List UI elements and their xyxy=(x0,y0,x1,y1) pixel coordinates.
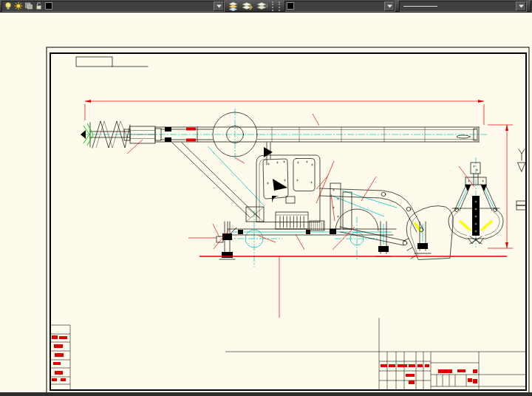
revision-strip xyxy=(50,325,70,390)
layer-properties-button[interactable] xyxy=(226,1,239,12)
layer-combo[interactable] xyxy=(1,1,225,12)
chevron-down-icon xyxy=(387,4,392,8)
layer-combo-dropdown[interactable] xyxy=(214,1,224,11)
layer-states-button[interactable] xyxy=(241,1,254,12)
layer-previous-icon xyxy=(257,1,268,11)
current-color-swatch xyxy=(287,2,294,10)
window-bottom-edge xyxy=(0,392,532,396)
title-block xyxy=(225,318,526,390)
linetype-combo[interactable] xyxy=(399,1,527,12)
edge-symbols xyxy=(516,149,526,210)
layers-stack-icon xyxy=(228,1,239,11)
unlock-icon[interactable] xyxy=(35,1,44,10)
drawing-viewport[interactable] xyxy=(0,13,532,396)
layer-previous-button[interactable] xyxy=(256,1,269,12)
color-combo-dropdown[interactable] xyxy=(384,1,395,11)
layer-color-swatch xyxy=(45,2,52,10)
toolbar-grip[interactable] xyxy=(272,1,280,11)
sun-freeze-icon[interactable] xyxy=(14,1,23,10)
linetype-combo-dropdown[interactable] xyxy=(516,1,526,11)
drawing-canvas[interactable] xyxy=(0,13,532,396)
layers-properties-toolbar xyxy=(0,0,532,13)
layer-states-icon xyxy=(242,1,253,11)
chevron-down-icon xyxy=(519,4,524,8)
lightbulb-icon[interactable] xyxy=(4,1,13,10)
color-combo[interactable] xyxy=(284,1,395,12)
drawing-frame xyxy=(47,47,529,393)
linetype-sample xyxy=(403,6,437,7)
chevron-down-icon xyxy=(216,4,222,8)
viewport-freeze-icon[interactable] xyxy=(24,1,33,10)
